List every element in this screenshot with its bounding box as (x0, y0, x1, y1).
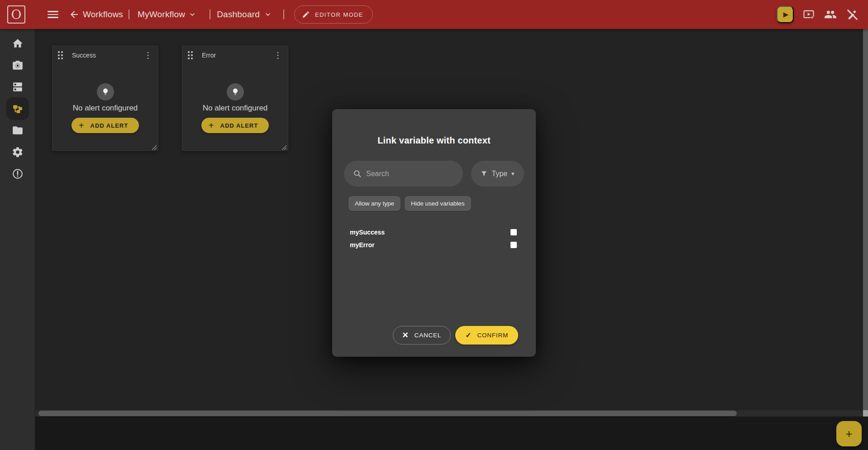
kebab-menu-icon[interactable]: ⋮ (272, 50, 283, 61)
empty-state-text: No alert configured (203, 104, 268, 113)
folder-icon (12, 124, 24, 136)
users-icon[interactable] (824, 8, 837, 21)
horizontal-scrollbar-thumb[interactable] (38, 411, 737, 416)
video-settings-icon[interactable] (802, 8, 816, 21)
chevron-down-icon[interactable] (264, 11, 272, 18)
card-header: Error ⋮ (182, 46, 288, 64)
breadcrumb-divider (210, 10, 210, 19)
plus-icon: + (845, 427, 852, 441)
resize-handle[interactable] (281, 144, 287, 149)
add-alert-label: ADD ALERT (220, 122, 258, 129)
variable-list: mySuccess myError (350, 226, 517, 251)
editor-mode-label: EDITOR MODE (315, 11, 363, 18)
resize-handle[interactable] (152, 144, 157, 149)
breadcrumb-divider (283, 10, 284, 19)
cancel-button[interactable]: ✕ CANCEL (393, 326, 451, 345)
error-circle-icon (12, 168, 24, 180)
link-variable-dialog: Link variable with context Type ▾ Allow … (332, 109, 536, 357)
add-alert-button[interactable]: + ADD ALERT (72, 118, 139, 133)
filter-chips: Allow any type Hide used variables (348, 196, 471, 211)
card-header: Success ⋮ (52, 46, 158, 64)
plus-icon: + (79, 121, 85, 130)
empty-state-text: No alert configured (73, 104, 138, 113)
sidebar-item-settings[interactable] (0, 141, 35, 163)
variable-name: myError (350, 241, 374, 249)
sidebar-item-workflows[interactable] (0, 98, 35, 120)
check-icon: ✓ (465, 331, 472, 340)
header-actions: ▶ (777, 0, 859, 29)
breadcrumb-workflows[interactable]: Workflows (83, 10, 123, 19)
home-icon (12, 38, 24, 49)
filter-icon (481, 170, 487, 177)
card-title: Success (72, 52, 96, 59)
workflow-name-dropdown[interactable]: MyWorkflow (138, 10, 185, 19)
chevron-down-icon[interactable] (189, 11, 196, 18)
app-header: O Workflows MyWorkflow Dashboard EDITOR (0, 0, 868, 29)
camera-icon (12, 59, 24, 71)
alert-card-success: Success ⋮ No alert configured + ADD ALER… (52, 46, 158, 151)
pencil-icon (302, 10, 310, 19)
type-filter-label: Type (491, 170, 507, 178)
dns-icon (12, 81, 24, 93)
search-icon (353, 169, 362, 178)
workflow-schema-icon (12, 103, 24, 115)
search-input[interactable] (366, 170, 456, 178)
caret-down-icon: ▾ (511, 170, 515, 177)
dialog-title: Link variable with context (332, 135, 536, 146)
variable-name: mySuccess (350, 229, 385, 236)
horizontal-scrollbar[interactable] (35, 410, 863, 416)
edit-off-icon[interactable] (845, 8, 859, 21)
chip-hide-used-variables[interactable]: Hide used variables (405, 196, 471, 211)
dialog-actions: ✕ CANCEL ✓ CONFIRM (393, 326, 518, 345)
card-title: Error (202, 52, 216, 59)
add-widget-fab[interactable]: + (836, 421, 862, 446)
sidebar-item-camera[interactable] (0, 54, 35, 76)
left-sidebar (0, 29, 35, 450)
bottom-panel (35, 416, 868, 450)
variable-row[interactable]: mySuccess (350, 226, 517, 239)
app-logo[interactable]: O (7, 5, 25, 24)
add-alert-button[interactable]: + ADD ALERT (201, 118, 269, 133)
breadcrumb: Workflows MyWorkflow Dashboard EDITOR MO… (83, 0, 373, 29)
alert-card-error: Error ⋮ No alert configured + ADD ALERT (182, 46, 288, 151)
variable-row[interactable]: myError (350, 239, 517, 251)
lightbulb-icon (227, 83, 244, 101)
play-icon: ▶ (783, 10, 789, 19)
sidebar-item-alerts[interactable] (0, 163, 35, 185)
variable-checkbox[interactable] (510, 229, 517, 235)
vertical-scrollbar-thumb[interactable] (863, 29, 868, 410)
app-root: O Workflows MyWorkflow Dashboard EDITOR (0, 0, 868, 450)
sidebar-item-dns[interactable] (0, 76, 35, 98)
kebab-menu-icon[interactable]: ⋮ (143, 50, 153, 61)
card-body: No alert configured + ADD ALERT (52, 64, 158, 133)
drag-handle-icon[interactable] (188, 51, 193, 59)
view-name-dropdown[interactable]: Dashboard (217, 10, 260, 19)
variable-checkbox[interactable] (510, 242, 517, 248)
breadcrumb-divider (129, 10, 129, 19)
chip-allow-any-type[interactable]: Allow any type (348, 196, 401, 211)
add-alert-label: ADD ALERT (91, 122, 129, 129)
drag-handle-icon[interactable] (58, 51, 63, 59)
menu-icon[interactable] (48, 10, 58, 19)
sidebar-item-home[interactable] (0, 33, 35, 54)
app-logo-letter: O (11, 7, 22, 22)
scrollbar-corner (863, 410, 868, 416)
editor-mode-button[interactable]: EDITOR MODE (294, 5, 373, 24)
cancel-label: CANCEL (415, 332, 442, 339)
run-workflow-button[interactable]: ▶ (777, 6, 794, 23)
variable-search (344, 161, 463, 187)
gear-icon (12, 146, 24, 158)
confirm-button[interactable]: ✓ CONFIRM (455, 326, 518, 345)
lightbulb-icon (97, 83, 114, 101)
plus-icon: + (209, 121, 215, 130)
back-arrow-icon[interactable] (68, 8, 81, 21)
type-filter-dropdown[interactable]: Type ▾ (471, 161, 524, 187)
confirm-label: CONFIRM (477, 332, 508, 339)
sidebar-item-files[interactable] (0, 120, 35, 141)
close-icon: ✕ (402, 330, 409, 340)
card-body: No alert configured + ADD ALERT (182, 64, 288, 133)
